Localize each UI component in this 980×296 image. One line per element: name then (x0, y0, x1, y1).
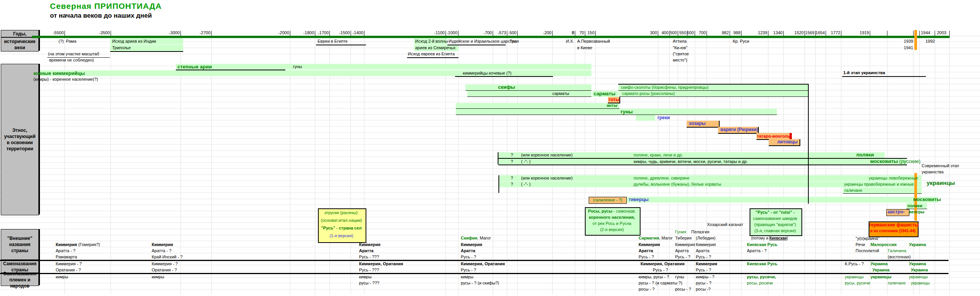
band-label: анты (607, 103, 617, 108)
milestone: "Ки-юв" (673, 45, 687, 51)
table-cell: Украина (911, 267, 928, 273)
rule (808, 84, 809, 204)
band-skify (465, 85, 591, 91)
table-cell: Аратта (461, 248, 475, 254)
table-cell: Киммерия, Оратания (461, 261, 505, 267)
year-tick (65, 31, 65, 36)
table-cell: Киевская Русь (747, 242, 777, 248)
table-cell: Русь - ? (653, 267, 668, 273)
tribes-list: поляне, древляне, сиверяне (634, 175, 689, 181)
version1-line: (1-я версия) (319, 233, 364, 239)
ethnos-row-label: Этнос, участвующий в освоении территории (1, 64, 39, 215)
year-tick-label: -500 (499, 30, 516, 36)
year-label: 1941 (896, 45, 913, 51)
modern-stage-label: украинства (922, 169, 944, 175)
milestone: Иудейское и Израильское царства (449, 38, 516, 44)
table-cell: Рамаварта (56, 254, 77, 260)
band-note: (или коренное население) (521, 175, 573, 181)
version2-line: коренного населения, (586, 215, 638, 220)
modern-stage-label: Современный этап (922, 163, 959, 169)
rule (618, 84, 809, 85)
year-tick (595, 31, 596, 36)
table-cell: Галичина (888, 248, 906, 254)
band-label: тиверцы (629, 197, 649, 203)
version2-line: (2-я версия) (586, 227, 638, 233)
question-mark: ? (511, 152, 513, 158)
table-cell: кимры - ? (696, 274, 714, 280)
band-label: татаро-монголы (757, 133, 791, 139)
table-cell: Аратта (639, 248, 653, 254)
band-label: литовцы (777, 139, 798, 145)
year-tick-label: -1400 (346, 30, 363, 36)
year-tick (552, 31, 553, 36)
year-tick (913, 31, 914, 36)
band-label: украинцы левобережные (869, 175, 918, 181)
table-cell: Русь - ??? (359, 254, 379, 260)
table-cell: русы - ? (696, 280, 712, 286)
orange-stripe (914, 30, 917, 50)
table-cell: Русь - ? (675, 254, 690, 260)
band-label: украинцы правобережные и южные (844, 181, 914, 187)
band-label: степные арии (177, 64, 212, 70)
divider-bar (38, 64, 40, 215)
question-mark: ? (511, 159, 513, 165)
table-cell: русы, русичи (845, 280, 870, 286)
rule (176, 70, 285, 70)
rule (110, 51, 183, 52)
band-label: южные киммерийцы (33, 70, 85, 76)
table-cell: Посполитой (856, 248, 879, 254)
year-tick (935, 31, 935, 36)
scale-note: (на этом участке масштаб (48, 51, 99, 57)
band-note: (или коренное население) (521, 152, 573, 158)
table-cell: украинцы (911, 280, 930, 286)
table-cell: гуны (675, 274, 684, 280)
band-label: скифо-сколоты (борисфены, приднепровцы) (621, 85, 709, 90)
khozar-kaganat-label: Хозарский каганат (707, 222, 743, 228)
table-cell: Тиберия (675, 235, 692, 241)
band-label: галичане (844, 188, 862, 193)
year-tick (783, 31, 784, 36)
rule (498, 175, 499, 193)
band-label: московиты (русские) (870, 158, 920, 165)
milestone: ("святое (673, 51, 689, 57)
band-label: гуны (293, 64, 302, 70)
year-tick (517, 31, 518, 36)
year-gridline (315, 30, 315, 294)
table-cell: (восточная) (888, 254, 910, 260)
table-cell: кимры, русы - ? (639, 274, 669, 280)
table-cell: украинцы (871, 274, 891, 280)
band-label: сармато-росы (роксоланы) (622, 91, 675, 96)
year-gridline (458, 30, 459, 294)
band-label: готы (609, 97, 619, 102)
table-cell: украинцы (845, 274, 864, 280)
band-label: австро- (887, 209, 905, 215)
rule (842, 76, 926, 77)
year-tick (329, 31, 330, 36)
table-cell: Киммерия (Гомерия?) (56, 242, 100, 248)
band-label: киммерийцы кочевые (?) (463, 70, 512, 76)
table-cell: кимры (461, 274, 473, 280)
table-cell: Речи (856, 242, 865, 248)
table-cell: русы - ? (и сарматы ?) (639, 280, 682, 286)
year-tick-label: -1000 (440, 30, 457, 36)
version1-line: "Русь" - страна сел (319, 225, 364, 231)
tribes-list: дулибы, волыняне (бужаны), белые хорваты (634, 181, 721, 187)
milestone: Исход евреев из Египта (408, 51, 455, 57)
version1-line: этруски (расены): (319, 210, 364, 216)
rule (455, 76, 553, 77)
year-tick (707, 31, 707, 36)
rule (498, 165, 907, 165)
year-gridline (290, 30, 290, 294)
year-tick (949, 31, 950, 36)
year-tick (841, 31, 841, 36)
band-guny (456, 109, 777, 115)
band-label: украинцы (927, 180, 955, 186)
version3-line: самоназвание шведов (750, 216, 800, 221)
year-gridline (111, 30, 111, 294)
milestone: место") (673, 57, 687, 63)
year-tick (290, 31, 290, 36)
milestone: Рама (66, 38, 76, 44)
version3-line: (правящих "варягов") (750, 222, 800, 228)
band-stepnye-arii (176, 64, 591, 70)
table-cell: Киевская Русь (747, 261, 777, 267)
